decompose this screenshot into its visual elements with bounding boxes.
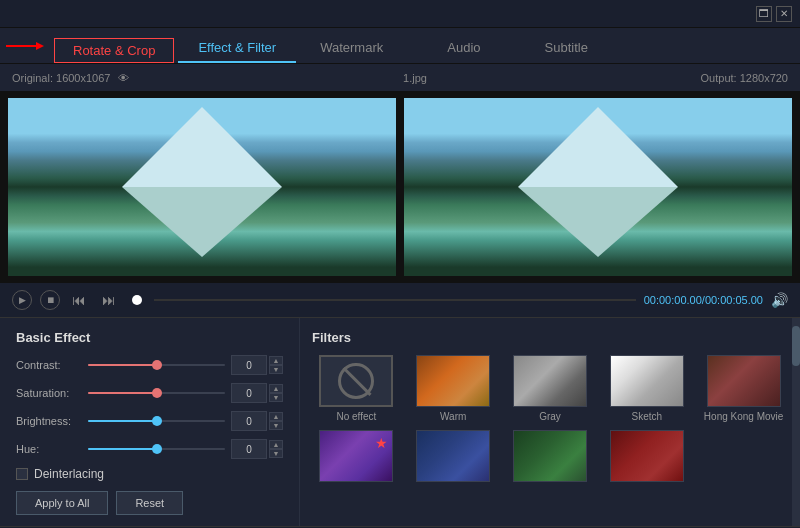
- time-display: 00:00:00.00/00:00:05.00: [644, 294, 763, 306]
- original-image: [8, 98, 396, 276]
- no-effect-label: No effect: [336, 411, 376, 422]
- hue-spinner[interactable]: ▲ ▼: [269, 440, 283, 458]
- brightness-spinner[interactable]: ▲ ▼: [269, 412, 283, 430]
- progress-dot[interactable]: [132, 295, 142, 305]
- preview-output: [404, 98, 792, 276]
- filter-purple[interactable]: ★: [312, 430, 401, 486]
- brightness-up[interactable]: ▲: [269, 412, 283, 421]
- volume-icon[interactable]: 🔊: [771, 292, 788, 308]
- eye-icon[interactable]: 👁: [118, 72, 129, 84]
- filter-blue[interactable]: [409, 430, 498, 486]
- output-image: [404, 98, 792, 276]
- tab-subtitle[interactable]: Subtitle: [525, 34, 608, 63]
- next-frame-button[interactable]: ⏭: [98, 290, 120, 310]
- hue-down[interactable]: ▼: [269, 449, 283, 458]
- progress-line[interactable]: [154, 299, 636, 301]
- saturation-slider[interactable]: [88, 385, 225, 401]
- left-panel: Basic Effect Contrast: 0 ▲ ▼ Saturation:: [0, 318, 300, 526]
- preview-original: [8, 98, 396, 276]
- filters-title: Filters: [312, 330, 788, 345]
- sketch-label: Sketch: [632, 411, 663, 422]
- brightness-label: Brightness:: [16, 415, 88, 427]
- output-resolution: Output: 1280x720: [701, 72, 788, 84]
- gray-label: Gray: [539, 411, 561, 422]
- play-button[interactable]: ▶: [12, 290, 32, 310]
- info-bar: Original: 1600x1067 👁 1.jpg Output: 1280…: [0, 64, 800, 92]
- no-effect-icon: [338, 363, 374, 399]
- hk-movie-label: Hong Kong Movie: [704, 411, 784, 422]
- filter-hk-movie[interactable]: Hong Kong Movie: [699, 355, 788, 422]
- saturation-spinner[interactable]: ▲ ▼: [269, 384, 283, 402]
- contrast-down[interactable]: ▼: [269, 365, 283, 374]
- apply-all-button[interactable]: Apply to All: [16, 491, 108, 515]
- hue-label: Hue:: [16, 443, 88, 455]
- prev-frame-button[interactable]: ⏮: [68, 290, 90, 310]
- main-content: Basic Effect Contrast: 0 ▲ ▼ Saturation:: [0, 318, 800, 526]
- deinterlace-row: Deinterlacing: [16, 467, 283, 481]
- warm-label: Warm: [440, 411, 466, 422]
- title-bar: 🗖 ✕: [0, 0, 800, 28]
- filter-grid: No effect Warm Gray Ske: [312, 355, 788, 486]
- tab-bar: Rotate & Crop Effect & Filter Watermark …: [0, 28, 800, 64]
- brightness-down[interactable]: ▼: [269, 421, 283, 430]
- minimize-button[interactable]: 🗖: [756, 6, 772, 22]
- tab-audio[interactable]: Audio: [427, 34, 500, 63]
- filter-gray[interactable]: Gray: [506, 355, 595, 422]
- preview-area: [0, 92, 800, 282]
- filter-star-icon: ★: [375, 435, 388, 451]
- brightness-row: Brightness: 0 ▲ ▼: [16, 411, 283, 431]
- contrast-value: 0: [231, 355, 267, 375]
- brightness-value: 0: [231, 411, 267, 431]
- contrast-row: Contrast: 0 ▲ ▼: [16, 355, 283, 375]
- hue-value: 0: [231, 439, 267, 459]
- tab-arrow-indicator: [6, 40, 44, 52]
- tab-rotate-crop[interactable]: Rotate & Crop: [54, 38, 174, 63]
- scrollbar-thumb[interactable]: [792, 326, 800, 366]
- original-resolution: Original: 1600x1067: [12, 72, 110, 84]
- saturation-row: Saturation: 0 ▲ ▼: [16, 383, 283, 403]
- svg-marker-1: [36, 42, 44, 50]
- contrast-slider[interactable]: [88, 357, 225, 373]
- tab-effect-filter[interactable]: Effect & Filter: [178, 34, 296, 63]
- hue-row: Hue: 0 ▲ ▼: [16, 439, 283, 459]
- filter-red[interactable]: [602, 430, 691, 486]
- filter-green[interactable]: [506, 430, 595, 486]
- right-panel: Filters No effect Warm Gr: [300, 318, 800, 526]
- stop-button[interactable]: ⏹: [40, 290, 60, 310]
- tab-watermark[interactable]: Watermark: [300, 34, 403, 63]
- bottom-buttons: Apply to All Reset: [16, 491, 283, 515]
- close-button[interactable]: ✕: [776, 6, 792, 22]
- playback-bar: ▶ ⏹ ⏮ ⏭ 00:00:00.00/00:00:05.00 🔊: [0, 282, 800, 318]
- hue-up[interactable]: ▲: [269, 440, 283, 449]
- saturation-up[interactable]: ▲: [269, 384, 283, 393]
- contrast-spinner[interactable]: ▲ ▼: [269, 356, 283, 374]
- contrast-up[interactable]: ▲: [269, 356, 283, 365]
- hue-slider[interactable]: [88, 441, 225, 457]
- deinterlace-label: Deinterlacing: [34, 467, 104, 481]
- filter-sketch[interactable]: Sketch: [602, 355, 691, 422]
- saturation-down[interactable]: ▼: [269, 393, 283, 402]
- deinterlace-checkbox[interactable]: [16, 468, 28, 480]
- reset-button[interactable]: Reset: [116, 491, 183, 515]
- saturation-label: Saturation:: [16, 387, 88, 399]
- filter-warm[interactable]: Warm: [409, 355, 498, 422]
- filename: 1.jpg: [129, 72, 700, 84]
- scrollbar[interactable]: [792, 318, 800, 526]
- saturation-value: 0: [231, 383, 267, 403]
- filter-no-effect[interactable]: No effect: [312, 355, 401, 422]
- contrast-label: Contrast:: [16, 359, 88, 371]
- brightness-slider[interactable]: [88, 413, 225, 429]
- basic-effect-title: Basic Effect: [16, 330, 283, 345]
